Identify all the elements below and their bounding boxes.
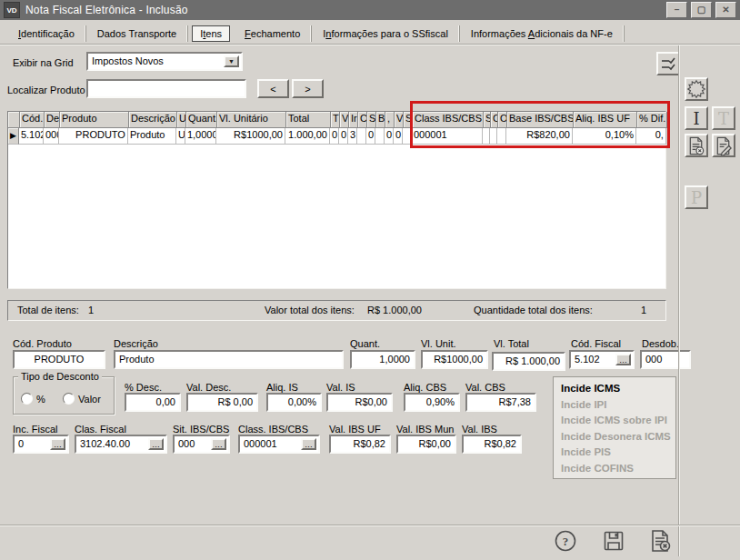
cell-n3: 3 bbox=[348, 128, 357, 145]
descricao-field[interactable]: Produto bbox=[114, 350, 344, 369]
seal-button[interactable] bbox=[685, 77, 708, 101]
sit-ibscbs-lookup-button[interactable]: … bbox=[211, 438, 226, 450]
radio-percent[interactable]: % bbox=[21, 393, 45, 405]
document-pencil-icon bbox=[715, 136, 733, 155]
val-ibs-mun-field[interactable]: R$0,00 bbox=[396, 435, 456, 454]
incide-pis-item[interactable]: Incide PIS bbox=[561, 445, 675, 461]
class-ibscbs-value: 000001 bbox=[244, 438, 277, 449]
cell-produto: PRODUTO bbox=[59, 128, 128, 145]
radio-percent-label: % bbox=[36, 394, 45, 405]
help-button[interactable]: ? bbox=[553, 528, 578, 554]
svg-text:?: ? bbox=[563, 535, 569, 548]
quant-field[interactable]: 1,0000 bbox=[350, 350, 415, 369]
items-grid: Cód. Des Produto Descrição U Quant. Vl. … bbox=[7, 111, 666, 289]
minimize-button[interactable]: – bbox=[666, 2, 687, 18]
next-item-button[interactable]: > bbox=[292, 79, 324, 98]
clas-fiscal-lookup-button[interactable]: … bbox=[148, 438, 164, 450]
cell-total: 1.000,00 bbox=[285, 128, 330, 145]
val-desc-field[interactable]: R$ 0,00 bbox=[186, 393, 258, 412]
column-config-button[interactable] bbox=[656, 52, 680, 75]
inc-fiscal-field[interactable]: 0 … bbox=[13, 435, 69, 454]
incide-desonera-icms-item[interactable]: Incide Desonera ICMS bbox=[561, 429, 675, 445]
grid-header-n8: V bbox=[395, 112, 404, 128]
cell-quant: 1,0000 bbox=[185, 128, 216, 145]
incide-ipi-item[interactable]: Incide IPI bbox=[561, 397, 675, 414]
cell-descricao: Produto bbox=[128, 128, 176, 145]
cell-s bbox=[483, 128, 490, 145]
incide-icms-sobre-ipi-item[interactable]: Incide ICMS sobre IPI bbox=[561, 413, 675, 429]
sit-ibscbs-field[interactable]: 000 … bbox=[173, 435, 230, 454]
close-button[interactable]: ✕ bbox=[715, 2, 736, 18]
grid-header-n1: T bbox=[331, 112, 340, 128]
val-desc-label: Val. Desc. bbox=[186, 382, 231, 393]
vl-unit-label: Vl. Unit. bbox=[421, 338, 456, 349]
grid-header-quant: Quant. bbox=[186, 112, 217, 128]
localizar-produto-input[interactable] bbox=[86, 79, 246, 98]
radio-percent-circle-icon[interactable] bbox=[21, 393, 33, 405]
tab-itens[interactable]: Itens bbox=[192, 25, 230, 42]
cell-n1: 0 bbox=[330, 128, 339, 145]
cell-u: U bbox=[176, 128, 185, 145]
tab-informacoes-adicionais[interactable]: Informações Adicionais da NF-e bbox=[460, 25, 625, 42]
grid-header-n6: B bbox=[376, 112, 385, 128]
tab-fechamento[interactable]: Fechamento bbox=[234, 25, 312, 42]
class-ibscbs-lookup-button[interactable]: … bbox=[301, 438, 316, 450]
tab-dados-transporte[interactable]: Dados Transporte bbox=[86, 25, 188, 42]
save-button[interactable] bbox=[601, 528, 626, 554]
cell-des: 000 bbox=[44, 128, 59, 145]
cell-pct-dif: 0, bbox=[636, 128, 666, 145]
cod-fiscal-field[interactable]: 5.102 … bbox=[569, 350, 635, 369]
grid-header-produto: Produto bbox=[60, 112, 129, 128]
incide-icms-item[interactable]: Incide ICMS bbox=[561, 381, 675, 397]
desdob-label: Desdob. bbox=[642, 338, 679, 349]
sit-ibscbs-value: 000 bbox=[178, 438, 195, 449]
vl-total-field[interactable]: R$ 1.000,00 bbox=[492, 352, 565, 371]
exibir-na-grid-combobox[interactable]: Impostos Novos ▼ bbox=[86, 52, 243, 71]
grid-header-c: C bbox=[491, 112, 498, 128]
radio-valor-label: Valor bbox=[78, 394, 101, 405]
cancel-button[interactable] bbox=[648, 528, 674, 554]
grid-header-n3: Ir bbox=[349, 112, 358, 128]
grid-header-base-ibscbs: Base IBS/CBS bbox=[507, 112, 574, 128]
delete-item-button[interactable] bbox=[685, 134, 708, 157]
edit-item-button[interactable] bbox=[712, 134, 735, 157]
class-ibscbs-field[interactable]: 000001 … bbox=[238, 435, 320, 454]
cell-n9 bbox=[403, 128, 412, 145]
cod-produto-field[interactable]: PRODUTO bbox=[13, 350, 105, 369]
cod-fiscal-lookup-button[interactable]: … bbox=[615, 354, 631, 365]
aliq-cbs-field[interactable]: 0,90% bbox=[404, 393, 460, 412]
desdob-field[interactable]: 000 bbox=[640, 350, 691, 369]
localizar-produto-label: Localizar Produto bbox=[7, 85, 85, 95]
vl-unit-field[interactable]: R$1000,00 bbox=[421, 350, 488, 369]
radio-valor-circle-icon[interactable] bbox=[63, 393, 75, 405]
combobox-dropdown-arrow-icon[interactable]: ▼ bbox=[224, 55, 239, 67]
pct-desc-field[interactable]: 0,00 bbox=[125, 393, 181, 412]
help-icon: ? bbox=[554, 529, 577, 553]
maximize-button[interactable]: ▢ bbox=[691, 2, 712, 18]
tab-identificacao[interactable]: Identificação bbox=[7, 25, 86, 42]
inc-fiscal-lookup-button[interactable]: … bbox=[50, 438, 65, 450]
valor-total-value: R$ 1.000,00 bbox=[367, 305, 422, 315]
val-is-field[interactable]: R$0,00 bbox=[326, 393, 393, 412]
cell-aliq-ibs-uf: 0,10% bbox=[573, 128, 636, 145]
val-ibs-uf-field[interactable]: R$0,82 bbox=[329, 435, 391, 454]
tab-informacoes-ssfiscal[interactable]: Informações para o SSfiscal bbox=[312, 25, 460, 42]
vl-total-label: Vl. Total bbox=[494, 338, 529, 349]
val-ibs-field[interactable]: R$0,82 bbox=[462, 435, 522, 454]
incide-panel: Incide ICMS Incide IPI Incide ICMS sobre… bbox=[553, 376, 676, 479]
val-cbs-field[interactable]: R$7,38 bbox=[465, 393, 536, 412]
previous-item-button[interactable]: < bbox=[257, 79, 289, 98]
val-ibs-label: Val. IBS bbox=[462, 424, 497, 435]
incide-cofins-item[interactable]: Incide COFINS bbox=[561, 461, 675, 477]
aliq-is-field[interactable]: 0,00% bbox=[266, 393, 322, 412]
radio-valor[interactable]: Valor bbox=[63, 393, 101, 405]
grid-header-class-ibscbs: Class IBS/CBS bbox=[413, 112, 484, 128]
clas-fiscal-field[interactable]: 3102.40.00 … bbox=[75, 435, 167, 454]
val-is-label: Val. IS bbox=[326, 382, 355, 393]
cell-n5: 0 bbox=[366, 128, 375, 145]
italic-i-button[interactable]: I bbox=[685, 106, 708, 130]
cell-cod: 5.102 bbox=[19, 128, 44, 145]
grid-data-row[interactable]: ▶ 5.102 000 PRODUTO Produto U 1,0000 R$1… bbox=[8, 128, 665, 145]
cod-produto-label: Cód. Produto bbox=[13, 338, 72, 349]
title-bar: VD Nota Fiscal Eletrônica - Inclusão – ▢… bbox=[0, 0, 740, 20]
